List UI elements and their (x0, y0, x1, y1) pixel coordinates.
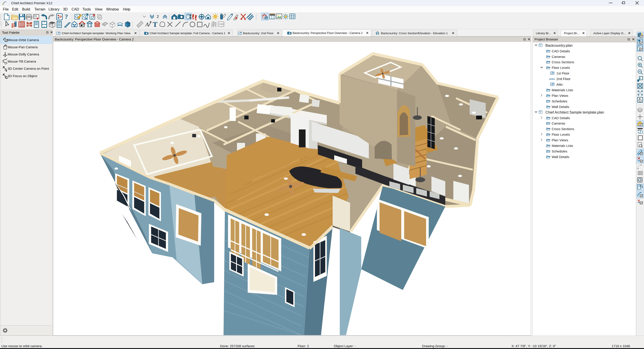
svg-text:1st Floor: 1st Floor (556, 71, 569, 75)
svg-text:CAD Details: CAD Details (552, 116, 570, 120)
svg-text:Wall Details: Wall Details (552, 105, 569, 109)
svg-text:2nd Floor: 2nd Floor (556, 77, 570, 81)
svg-text:CAD Details: CAD Details (552, 49, 570, 53)
svg-text:Cameras: Cameras (552, 55, 565, 58)
svg-text:Backcountry.plan: Backcountry.plan (546, 44, 573, 48)
svg-text:Materials Lists: Materials Lists (552, 144, 573, 148)
svg-text:Chief Architect Sample templat: Chief Architect Sample template.plan (546, 110, 604, 114)
svg-text:Floor Levels: Floor Levels (552, 132, 570, 136)
svg-text:Materials Lists: Materials Lists (552, 88, 573, 92)
svg-text:Floor Levels: Floor Levels (552, 66, 570, 70)
svg-text:Schedules: Schedules (552, 149, 567, 153)
svg-text:Cameras: Cameras (552, 122, 565, 125)
svg-text:Plan Views: Plan Views (552, 138, 568, 142)
svg-text:Attic: Attic (556, 82, 563, 86)
svg-text:Cross Sections: Cross Sections (552, 60, 574, 64)
svg-text:Plan Views: Plan Views (552, 94, 568, 98)
svg-text:OPEN: OPEN (549, 78, 555, 80)
svg-text:Cross Sections: Cross Sections (552, 127, 574, 131)
svg-text:Wall Details: Wall Details (552, 155, 569, 159)
svg-text:Schedules: Schedules (552, 99, 567, 103)
